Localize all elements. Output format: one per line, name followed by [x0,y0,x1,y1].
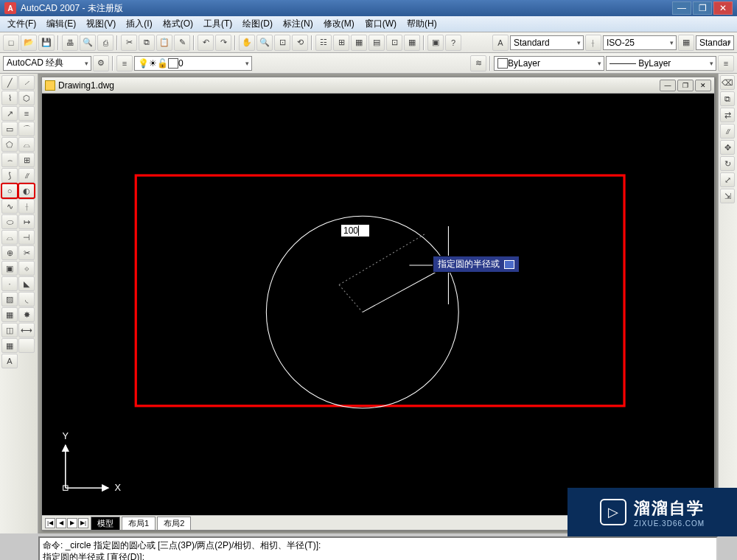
offset-tool-icon[interactable]: ⫽ [18,168,35,183]
move-icon[interactable]: ✥ [720,140,735,155]
line-icon[interactable]: ╱ [1,75,18,90]
chamfer-icon[interactable]: ◣ [18,276,35,291]
dimstyle-icon[interactable]: ⟊ [585,35,601,51]
mirror-icon[interactable]: ⇄ [720,108,735,122]
publish-icon[interactable]: ⎙ [97,35,113,51]
preview-icon[interactable]: 🔍 [80,35,96,51]
redo-icon[interactable]: ↷ [215,35,231,51]
multiline-icon[interactable]: ≡ [18,106,35,121]
tablestyle-combo[interactable]: Standar [696,35,734,50]
close-button[interactable]: ✕ [713,1,733,15]
cut-icon[interactable]: ✂ [121,35,137,51]
join-icon[interactable]: ⟐ [18,261,35,276]
drawing-canvas[interactable]: X Y 100 指定圆的半径或 [42,94,714,515]
menu-modify[interactable]: 修改(M) [319,16,359,32]
zoom-realtime-icon[interactable]: 🔍 [256,35,273,51]
open-icon[interactable]: 📂 [21,35,37,51]
ellipsearc-icon[interactable]: ⌓ [1,230,18,245]
fillet-icon[interactable]: ◟ [18,292,35,307]
polygon-tool-icon[interactable]: ⬡ [18,91,35,105]
ray-icon[interactable]: ↗ [1,106,18,121]
textstyle-icon[interactable]: A [492,35,509,51]
ellipse-icon[interactable]: ⬭ [1,214,18,229]
stretch-icon[interactable]: ⇲ [720,189,735,203]
menu-help[interactable]: 帮助(H) [402,16,441,32]
sheetset-icon[interactable]: ▤ [368,35,385,51]
tab-prev-button[interactable]: ◀ [56,518,66,528]
offset-icon[interactable]: ⫽ [720,124,735,139]
undo-icon[interactable]: ↶ [198,35,214,51]
calc-icon[interactable]: ▦ [404,35,420,51]
xline-icon[interactable]: ⟋ [18,75,35,90]
copy-tool-icon[interactable]: ⧉ [720,91,735,106]
dimstyle-combo[interactable]: ISO-25 [603,35,677,50]
save-icon[interactable]: 💾 [38,35,55,51]
markup-icon[interactable]: ⊡ [386,35,402,51]
erase-icon[interactable]: ⌫ [720,75,735,90]
lengthen-icon[interactable]: ⟷ [18,323,35,337]
menu-insert[interactable]: 插入(I) [122,16,156,32]
toolpalette-icon[interactable]: ▦ [351,35,367,51]
layer-combo[interactable]: 💡 ☀ 🔓 0 [134,56,252,71]
arc-tool-icon[interactable]: ⌢ [1,153,18,167]
menu-tools[interactable]: 工具(T) [199,16,237,32]
tablestyle-icon[interactable]: ▦ [678,35,694,51]
lineweight-icon[interactable]: ≡ [718,55,734,71]
menu-format[interactable]: 格式(O) [158,16,198,32]
maximize-button[interactable]: ❐ [693,1,712,15]
help-icon[interactable]: ? [445,35,461,51]
menu-draw[interactable]: 绘图(D) [238,16,277,32]
spline-tool-icon[interactable]: ⟆ [1,168,18,183]
menu-file[interactable]: 文件(F) [3,16,41,32]
makeblock-icon[interactable]: ▣ [1,261,18,276]
mtext-icon[interactable]: A [1,354,18,368]
layer-manager-icon[interactable]: ≡ [116,55,133,71]
array-icon[interactable]: ⊞ [18,153,35,167]
table-icon[interactable]: ▦ [1,338,18,353]
doc-maximize-button[interactable]: ❐ [677,80,694,91]
spline-icon[interactable]: ∿ [1,199,18,214]
rectangle-icon[interactable]: ▭ [1,122,18,136]
scale-icon[interactable]: ⤢ [720,172,735,187]
layer-prev-icon[interactable]: ≋ [470,55,486,71]
menu-edit[interactable]: 编辑(E) [42,16,80,32]
doc-close-button[interactable]: ✕ [695,80,711,91]
copy-icon[interactable]: ⧉ [139,35,155,51]
workspace-combo[interactable]: AutoCAD 经典 [3,56,91,71]
pline-icon[interactable]: ⌇ [1,91,18,105]
revcloud-icon[interactable]: ◐ [18,183,35,198]
tab-next-button[interactable]: ▶ [67,518,77,528]
zoom-prev-icon[interactable]: ⟲ [292,35,308,51]
command-window[interactable]: 命令: _circle 指定圆的圆心或 [三点(3P)/两点(2P)/相切、相切… [38,536,718,560]
arc3p-icon[interactable]: ⌒ [18,122,35,136]
point-icon[interactable]: · [1,276,18,291]
tab-first-button[interactable]: |◀ [45,518,55,528]
extend-icon[interactable]: ↦ [18,214,35,229]
tab-model[interactable]: 模型 [91,517,120,530]
block-icon[interactable]: ▣ [427,35,444,51]
minimize-button[interactable]: — [672,1,691,15]
plot-icon[interactable]: 🖶 [62,35,78,51]
hatch-icon[interactable]: ▨ [1,292,18,307]
designcenter-icon[interactable]: ⊞ [333,35,349,51]
tab-layout2[interactable]: 布局2 [157,517,191,530]
color-combo[interactable]: ByLayer [494,56,604,71]
trim-icon[interactable]: ✂ [18,245,35,260]
pan-icon[interactable]: ✋ [239,35,255,51]
new-icon[interactable]: □ [3,35,19,51]
tooltip-dropdown-icon[interactable] [504,260,514,269]
gradient-icon[interactable]: ▦ [1,307,18,322]
zoom-window-icon[interactable]: ⊡ [274,35,290,51]
insert-icon[interactable]: ⊕ [1,245,18,260]
match-icon[interactable]: ✎ [174,35,190,51]
menu-view[interactable]: 视图(V) [82,16,120,32]
tab-layout1[interactable]: 布局1 [122,517,156,530]
break-icon[interactable]: ⊣ [18,230,35,245]
menu-window[interactable]: 窗口(W) [360,16,401,32]
textstyle-combo[interactable]: Standard [510,35,584,50]
explode-icon[interactable]: ✸ [18,307,35,322]
linetype-combo[interactable]: ——— ByLayer [606,56,716,71]
polygon-icon[interactable]: ⬠ [1,137,18,152]
paste-icon[interactable]: 📋 [156,35,172,51]
trim-tool-icon[interactable]: ⟊ [18,199,35,214]
